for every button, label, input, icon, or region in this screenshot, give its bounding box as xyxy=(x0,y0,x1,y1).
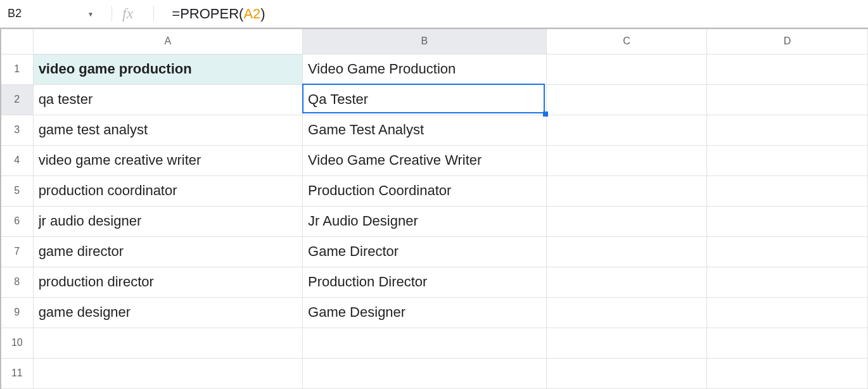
cell-D1[interactable] xyxy=(707,54,868,84)
cell-A1[interactable]: video game production xyxy=(33,54,302,84)
cell-D7[interactable] xyxy=(707,236,868,267)
cell-D2[interactable] xyxy=(707,84,868,115)
cell-B1[interactable]: Video Game Production xyxy=(303,54,547,84)
formula-func: PROPER xyxy=(180,6,239,22)
cell-C4[interactable] xyxy=(546,145,707,175)
cell-A11[interactable] xyxy=(33,358,302,388)
cell-D6[interactable] xyxy=(707,206,868,236)
divider xyxy=(153,6,154,22)
select-all-corner[interactable] xyxy=(1,29,33,54)
cell-D10[interactable] xyxy=(707,328,868,358)
cell-B9[interactable]: Game Designer xyxy=(303,297,547,328)
formula-input[interactable]: =PROPER(A2) xyxy=(164,6,868,22)
cell-D11[interactable] xyxy=(707,358,868,388)
cell-D3[interactable] xyxy=(707,115,868,145)
cell-C11[interactable] xyxy=(546,358,707,388)
column-header-B[interactable]: B xyxy=(303,29,547,54)
cell-C6[interactable] xyxy=(546,206,707,236)
name-box[interactable]: B2 ▼ xyxy=(0,0,101,27)
cell-B10[interactable] xyxy=(303,328,547,358)
fx-icon: fx xyxy=(122,5,143,22)
formula-eq: = xyxy=(172,6,180,22)
cell-D4[interactable] xyxy=(707,145,868,175)
cell-A8[interactable]: production director xyxy=(33,267,302,297)
cell-A10[interactable] xyxy=(33,328,302,358)
cell-C2[interactable] xyxy=(546,84,707,115)
column-header-A[interactable]: A xyxy=(33,29,302,54)
row-header-2[interactable]: 2 xyxy=(1,84,33,115)
formula-ref: A2 xyxy=(243,6,260,22)
row-header-11[interactable]: 11 xyxy=(1,358,33,388)
row-header-6[interactable]: 6 xyxy=(1,206,33,236)
cell-B7[interactable]: Game Director xyxy=(303,236,547,267)
formula-bar: B2 ▼ fx =PROPER(A2) xyxy=(0,0,868,28)
row-header-5[interactable]: 5 xyxy=(1,175,33,206)
cell-B11[interactable] xyxy=(303,358,547,388)
cell-B3[interactable]: Game Test Analyst xyxy=(303,115,547,145)
cell-A6[interactable]: jr audio designer xyxy=(33,206,302,236)
cell-B5[interactable]: Production Coordinator xyxy=(303,175,547,206)
cell-D9[interactable] xyxy=(707,297,868,328)
fill-handle[interactable] xyxy=(543,112,548,117)
spreadsheet-grid[interactable]: ABCD1video game productionVideo Game Pro… xyxy=(0,28,868,389)
row-header-10[interactable]: 10 xyxy=(1,328,33,358)
cell-B2[interactable]: Qa Tester xyxy=(303,84,547,115)
cell-C3[interactable] xyxy=(546,115,707,145)
cell-A4[interactable]: video game creative writer xyxy=(33,145,302,175)
cell-A5[interactable]: production coordinator xyxy=(33,175,302,206)
cell-D8[interactable] xyxy=(707,267,868,297)
column-header-D[interactable]: D xyxy=(707,29,868,54)
cell-C10[interactable] xyxy=(546,328,707,358)
cell-D5[interactable] xyxy=(707,175,868,206)
cell-A2[interactable]: qa tester xyxy=(33,84,302,115)
name-box-value: B2 xyxy=(8,7,22,20)
cell-C1[interactable] xyxy=(546,54,707,84)
chevron-down-icon[interactable]: ▼ xyxy=(87,10,94,17)
row-header-1[interactable]: 1 xyxy=(1,54,33,84)
cell-A9[interactable]: game designer xyxy=(33,297,302,328)
cell-B8[interactable]: Production Director xyxy=(303,267,547,297)
cell-C8[interactable] xyxy=(546,267,707,297)
formula-close-paren: ) xyxy=(260,6,265,22)
formula-open-paren: ( xyxy=(239,6,243,22)
cell-B4[interactable]: Video Game Creative Writer xyxy=(303,145,547,175)
cell-B6[interactable]: Jr Audio Designer xyxy=(303,206,547,236)
row-header-3[interactable]: 3 xyxy=(1,115,33,145)
row-header-4[interactable]: 4 xyxy=(1,145,33,175)
column-header-C[interactable]: C xyxy=(546,29,707,54)
row-header-9[interactable]: 9 xyxy=(1,297,33,328)
divider xyxy=(112,6,112,22)
cell-A7[interactable]: game director xyxy=(33,236,302,267)
cell-C7[interactable] xyxy=(546,236,707,267)
cell-C5[interactable] xyxy=(546,175,707,206)
cell-A3[interactable]: game test analyst xyxy=(33,115,302,145)
row-header-7[interactable]: 7 xyxy=(1,236,33,267)
row-header-8[interactable]: 8 xyxy=(1,267,33,297)
cell-C9[interactable] xyxy=(546,297,707,328)
